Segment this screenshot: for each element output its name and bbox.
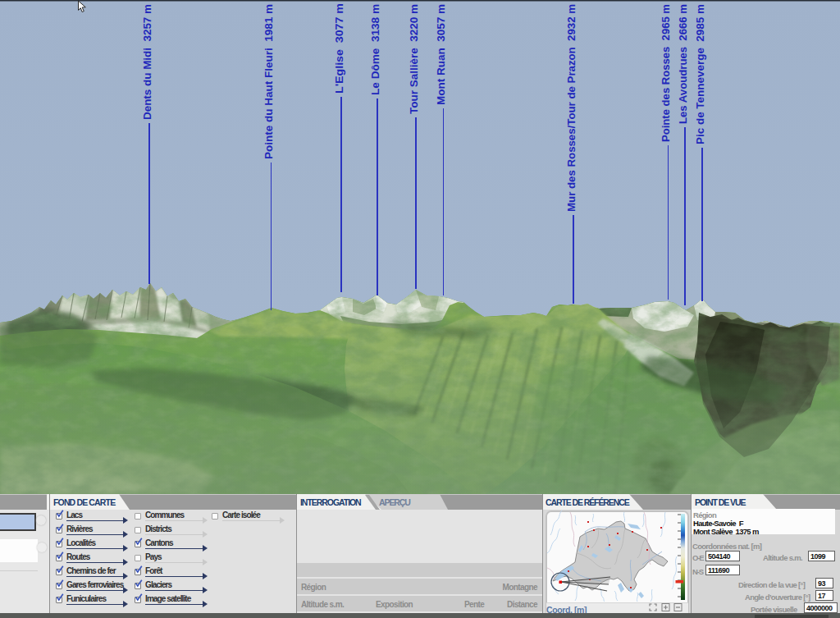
svg-text:Pic de Tenneverge 2985 m: Pic de Tenneverge 2985 m xyxy=(695,4,706,144)
svg-text:Pointe du Haut Fleuri 1981 m: Pointe du Haut Fleuri 1981 m xyxy=(263,4,275,159)
svg-text:Tour Sallière 3220 m: Tour Sallière 3220 m xyxy=(409,4,420,114)
svg-text:Les Avoudrues 2666 m: Les Avoudrues 2666 m xyxy=(678,4,689,124)
svg-text:Mur des Rosses/Tour de Prazon: Mur des Rosses/Tour de Prazon 2932 m xyxy=(566,4,578,212)
svg-text:L'Eglise 3077 m: L'Eglise 3077 m xyxy=(334,3,345,94)
svg-text:Dents du Midi 3257 m: Dents du Midi 3257 m xyxy=(142,4,153,120)
svg-text:Le Dôme 3138 m: Le Dôme 3138 m xyxy=(370,4,381,95)
svg-text:Mont Ruan 3057 m: Mont Ruan 3057 m xyxy=(436,4,447,105)
svg-text:Pointe des Rosses 2965 m: Pointe des Rosses 2965 m xyxy=(660,4,672,142)
